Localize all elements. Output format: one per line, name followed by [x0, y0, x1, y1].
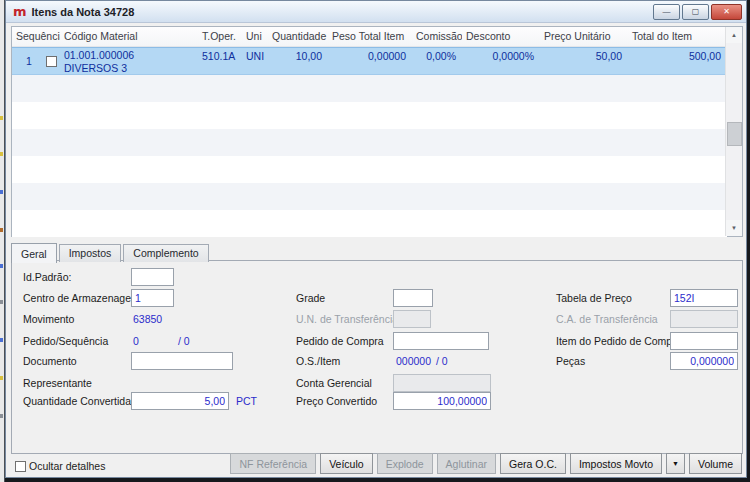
pecas-label: Peças: [556, 355, 585, 367]
representante-label: Representante: [23, 377, 92, 389]
col-comissao[interactable]: Comissão: [412, 27, 462, 46]
pedido-compra-input[interactable]: [393, 332, 489, 350]
maximize-button[interactable]: ▢: [682, 4, 709, 20]
scrollbar-thumb[interactable]: [727, 122, 742, 146]
grid-header: Sequência Código Material T.Oper. Uni Qu…: [12, 27, 727, 47]
empty-grid-row: [12, 129, 727, 156]
os-item-value: 000000: [396, 355, 431, 367]
tab-geral[interactable]: Geral: [11, 243, 57, 263]
impostos-movto-button[interactable]: Impostos Movto: [570, 453, 662, 474]
un-transferencia-input: [393, 310, 431, 328]
row-peso-total: 0,00000: [328, 48, 412, 74]
item-pedido-compra-label: Item do Pedido de Compra: [556, 335, 682, 347]
os-item-value2: / 0: [436, 355, 448, 367]
close-button[interactable]: ✕: [711, 4, 742, 20]
aglutinar-button: Aglutinar: [437, 453, 496, 474]
col-desconto[interactable]: Desconto: [462, 27, 540, 46]
quantidade-convertida-input[interactable]: [131, 392, 229, 410]
centro-armazenagem-label: Centro de Armazenagem: [23, 292, 140, 304]
documento-input[interactable]: [131, 352, 233, 370]
grade-label: Grade: [296, 292, 325, 304]
pecas-input[interactable]: [670, 352, 738, 370]
empty-grid-row: [12, 156, 727, 183]
ocultar-detalhes-checkbox[interactable]: Ocultar detalhes: [15, 460, 105, 472]
os-item-label: O.S./Item: [296, 355, 340, 367]
grade-input[interactable]: [393, 289, 433, 307]
id-padrao-input[interactable]: [131, 268, 174, 286]
impostos-movto-dropdown-icon[interactable]: ▼: [666, 453, 685, 474]
row-desconto: 0,0000%: [462, 48, 540, 74]
row-checkbox[interactable]: [46, 56, 57, 67]
col-peso-total-item[interactable]: Peso Total Item: [328, 27, 412, 46]
quantidade-convertida-label: Quantidade Convertida: [23, 395, 131, 407]
id-padrao-label: Id.Padrão:: [23, 271, 71, 283]
nf-referencia-button: NF Referência: [230, 453, 316, 474]
movimento-label: Movimento: [23, 313, 74, 325]
items-grid: Sequência Código Material T.Oper. Uni Qu…: [11, 26, 743, 237]
titlebar[interactable]: m Itens da Nota 34728 — ▢ ✕: [6, 1, 746, 23]
centro-armazenagem-input[interactable]: [131, 289, 174, 307]
itens-da-nota-window: m Itens da Nota 34728 — ▢ ✕ Sequência Có…: [5, 0, 747, 478]
col-preco-unitario[interactable]: Preço Unitário: [540, 27, 628, 46]
col-t-oper[interactable]: T.Oper.: [198, 27, 242, 46]
tab-panel-geral: Id.Padrão: Centro de Armazenagem Grade T…: [11, 260, 743, 454]
checkbox-icon[interactable]: [15, 461, 26, 472]
row-preco-unitario: 50,00: [540, 48, 628, 74]
window-title: Itens da Nota 34728: [32, 6, 135, 18]
conta-gerencial-input: [393, 374, 491, 392]
col-total-do-item[interactable]: Total do Item: [628, 27, 727, 46]
preco-convertido-input[interactable]: [393, 392, 491, 410]
documento-label: Documento: [23, 355, 77, 367]
row-codigo-material: 01.001.000006 DIVERSOS 3: [60, 48, 198, 74]
table-row[interactable]: 1 01.001.000006 DIVERSOS 3 510.1A UNI 10…: [12, 47, 727, 75]
veiculo-button[interactable]: Veículo: [320, 453, 372, 474]
row-comissao: 0,00%: [412, 48, 462, 74]
detail-tabs: Geral Impostos Complemento: [11, 242, 211, 262]
tabela-preco-label: Tabela de Preço: [556, 292, 632, 304]
preco-convertido-label: Preço Convertido: [296, 395, 377, 407]
scroll-up-icon[interactable]: ▲: [726, 27, 742, 43]
pedido-sequencia-label: Pedido/Sequência: [23, 335, 108, 347]
empty-grid-row: [12, 102, 727, 129]
ca-transferencia-input: [670, 310, 738, 328]
row-sequencia: 1: [12, 55, 46, 67]
col-sequencia[interactable]: Sequência: [12, 27, 60, 46]
app-logo-icon: m: [13, 6, 27, 18]
row-uni: UNI: [242, 48, 268, 74]
explode-button: Explode: [377, 453, 433, 474]
volume-button[interactable]: Volume: [689, 453, 742, 474]
row-t-oper: 510.1A: [198, 48, 242, 74]
col-uni[interactable]: Uni: [242, 27, 268, 46]
empty-grid-row: [12, 183, 727, 210]
gera-oc-button[interactable]: Gera O.C.: [500, 453, 566, 474]
tab-impostos[interactable]: Impostos: [59, 244, 122, 262]
ocultar-detalhes-label: Ocultar detalhes: [29, 460, 105, 472]
row-quantidade: 10,00: [268, 48, 328, 74]
pedido-compra-label: Pedido de Compra: [296, 335, 384, 347]
un-transferencia-label: U.N. de Transferência: [296, 313, 398, 325]
col-quantidade[interactable]: Quantidade: [268, 27, 328, 46]
empty-grid-row: [12, 75, 727, 102]
footer-button-bar: NF Referência Veículo Explode Aglutinar …: [230, 453, 742, 474]
col-codigo-material[interactable]: Código Material: [60, 27, 198, 46]
empty-grid-row: [12, 210, 727, 237]
tabela-preco-input[interactable]: [670, 289, 738, 307]
pedido-sequencia-value: 0: [133, 335, 139, 347]
minimize-button[interactable]: —: [653, 4, 680, 20]
row-total-item: 500,00: [628, 48, 727, 74]
quantidade-convertida-unit: PCT: [236, 395, 257, 407]
item-pedido-compra-input[interactable]: [670, 332, 738, 350]
pedido-sequencia-value2: / 0: [178, 335, 190, 347]
conta-gerencial-label: Conta Gerencial: [296, 377, 372, 389]
tab-complemento[interactable]: Complemento: [123, 244, 208, 262]
row-descricao: DIVERSOS 3: [64, 62, 127, 74]
grid-vertical-scrollbar[interactable]: ▲ ▼: [725, 27, 742, 236]
ca-transferencia-label: C.A. de Transferência: [556, 313, 658, 325]
scroll-down-icon[interactable]: ▼: [726, 220, 742, 236]
row-codigo: 01.001.000006: [64, 49, 134, 61]
movimento-value: 63850: [133, 313, 162, 325]
